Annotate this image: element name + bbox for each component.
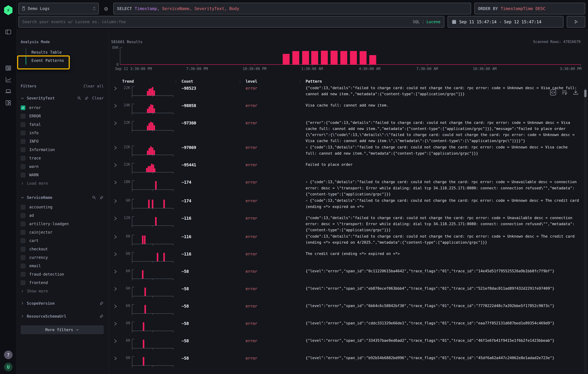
download-icon[interactable] [573,89,579,96]
filter-option-ERROR[interactable]: ERROR [21,112,104,120]
service-show-more[interactable]: Show more [21,287,104,295]
row-expand-chevron-icon[interactable] [111,161,122,168]
histogram-bar[interactable] [369,55,376,64]
filter-option-WARN[interactable]: WARN [21,171,104,179]
table-row[interactable]: 60~58error{"level":"error","span_id":"6b… [111,303,581,320]
table-row[interactable]: 60~58error{"level":"error","span_id":"eb… [111,285,581,303]
checkbox[interactable] [21,164,25,169]
histogram-bar[interactable] [350,51,357,64]
row-expand-chevron-icon[interactable] [111,179,122,185]
row-expand-chevron-icon[interactable] [111,320,122,326]
header-count[interactable]: Count [181,79,193,84]
table-row[interactable]: 120~116error{"code":13,"details":"failed… [111,214,581,233]
checkbox[interactable] [21,114,25,119]
service-section-header[interactable]: ServiceName [21,195,104,200]
header-level[interactable]: level [246,79,257,84]
scrollbar-thumb[interactable] [584,90,587,97]
row-expand-chevron-icon[interactable] [111,197,122,204]
pin-icon[interactable] [85,96,89,100]
table-row[interactable]: 22K~97360error{"error":{"code":13,"detai… [111,119,581,144]
row-expand-chevron-icon[interactable] [111,85,122,91]
vertical-scrollbar[interactable] [584,88,587,373]
table-row[interactable]: 22K~95441errorFailed to place order [111,161,581,179]
header-pattern[interactable]: Pattern [305,79,322,84]
row-expand-chevron-icon[interactable] [111,268,122,274]
more-filters-button[interactable]: More filters [21,325,104,334]
filter-option-fatal[interactable]: fatal [21,120,104,129]
column-handle-icon[interactable]: ⋮ [238,79,242,84]
checkbox[interactable] [21,230,25,235]
log-stream-icon[interactable] [5,64,12,72]
dashboard-grid-icon[interactable] [5,99,12,106]
severity-clear-button[interactable]: Clear [92,96,104,101]
wrap-lines-icon[interactable] [561,89,567,96]
source-selector[interactable]: Demo Logs [19,3,99,14]
filter-option-cart[interactable]: cart [21,236,104,245]
table-row[interactable]: 60~58error{"level":"error","span_id":"cd… [111,320,581,337]
histogram-bar[interactable] [283,54,290,64]
table-row[interactable]: 60~116errorThe credit card (ending <*> e… [111,250,581,268]
search-input[interactable]: Search your events w/ Lucene ex. column:… [19,16,444,28]
checkbox[interactable] [21,247,25,252]
run-query-button[interactable] [567,16,585,28]
search-icon[interactable] [77,96,81,100]
severity-load-more[interactable]: Load more [21,179,104,188]
filter-option-accounting[interactable]: accounting [21,203,104,211]
checkbox[interactable] [21,131,25,135]
table-row[interactable]: 22K~97069error×{"code":13,"details":"fai… [111,144,581,161]
row-expand-chevron-icon[interactable] [111,303,122,309]
filter-option-cainjector[interactable]: cainjector [21,228,104,236]
header-trend[interactable]: Trend [122,79,134,84]
filter-option-email[interactable]: email [21,262,104,270]
table-row[interactable]: 60~58error{"level":"error","span_id":"0c… [111,268,581,285]
analysis-mode-event-patterns[interactable]: Event Patterns [26,56,104,65]
column-handle-icon[interactable]: ⋮ [298,79,302,84]
date-range-picker[interactable]: Sep 11 15:47:14 - Sep 12 15:47:14 [448,16,563,28]
filter-option-fraud-detection[interactable]: fraud-detection [21,270,104,279]
histogram-bar[interactable] [311,51,318,64]
line-chart-icon[interactable] [5,76,12,83]
filter-option-checkout[interactable]: checkout [21,245,104,253]
histogram-bar[interactable] [292,51,299,64]
checkbox[interactable] [21,280,25,285]
checkbox[interactable] [21,213,25,218]
checkbox-checked[interactable] [21,105,25,110]
row-expand-chevron-icon[interactable] [111,233,122,240]
checkbox[interactable] [21,139,25,144]
analysis-mode-results-table[interactable]: Results Table [26,48,104,56]
row-expand-chevron-icon[interactable] [111,214,122,221]
row-expand-chevron-icon[interactable] [111,250,122,257]
clear-all-button[interactable]: Clear all [84,84,104,88]
checkbox[interactable] [21,222,25,226]
checkbox[interactable] [21,205,25,210]
mode-lucene[interactable]: Lucene [427,20,441,24]
checkbox[interactable] [21,156,25,161]
table-row[interactable]: 24K~98058errorVisa cache full: cannot ad… [111,102,581,119]
filter-option-ad[interactable]: ad [21,211,104,220]
logo-lightning-icon[interactable]: ⚡ [4,5,13,15]
order-by-input[interactable]: ORDER BY TimestampTime DESC [474,3,585,14]
column-handle-icon[interactable]: ⋮ [174,79,178,84]
events-histogram[interactable]: 80K 0 Sep 11 3:30:00 PM7:30:00 PM10:30:0… [120,48,581,65]
checkbox[interactable] [21,264,25,268]
collapsed-section-ScopeVersion[interactable]: ScopeVersion [21,298,104,308]
table-row[interactable]: 60~58error{"level":"error","span_id":"33… [111,337,581,354]
row-expand-chevron-icon[interactable] [111,119,122,126]
checkbox[interactable] [21,272,25,277]
dismiss-x-icon[interactable]: × [305,199,308,202]
table-row[interactable]: 60~174error×{"code":13,"details":"failed… [111,197,581,214]
filter-option-INFO[interactable]: INFO [21,137,104,145]
row-expand-chevron-icon[interactable] [111,144,122,151]
checkbox[interactable] [21,122,25,127]
filter-option-error[interactable]: error [21,103,104,112]
user-avatar[interactable]: U [4,363,12,371]
pin-icon[interactable] [100,301,104,305]
select-query-input[interactable]: SELECT Timestamp, ServiceName, SeverityT… [113,3,471,14]
histogram-bar[interactable] [340,51,347,64]
filter-option-artillery-loadgen[interactable]: artillery-loadgen [21,220,104,228]
table-row[interactable]: 22K~98523error{"code":13,"details":"fail… [111,85,581,102]
filter-option-info[interactable]: info [21,129,104,137]
row-expand-chevron-icon[interactable] [111,354,122,361]
histogram-bar[interactable] [321,51,328,64]
row-expand-chevron-icon[interactable] [111,285,122,292]
